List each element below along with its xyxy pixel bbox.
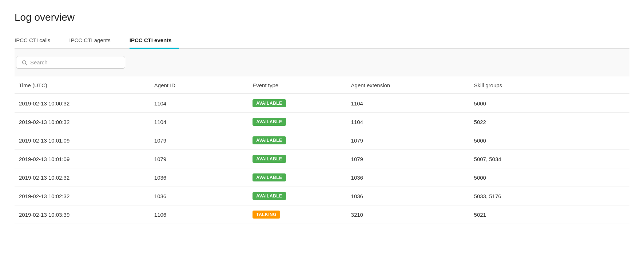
- tab-ipcc-cti-agents[interactable]: IPCC CTI agents: [69, 33, 118, 49]
- cell-agent-extension: 3210: [347, 205, 470, 224]
- cell-event-type: AVAILABLE: [248, 131, 346, 150]
- page-container: Log overview IPCC CTI calls IPCC CTI age…: [0, 0, 644, 236]
- cell-agent-id: 1079: [150, 150, 248, 168]
- cell-agent-extension: 1036: [347, 168, 470, 187]
- cell-time: 2019-02-13 10:01:09: [15, 131, 150, 150]
- table-row: 2019-02-13 10:02:32 1036 AVAILABLE 1036 …: [15, 187, 629, 205]
- cell-agent-extension: 1079: [347, 150, 470, 168]
- event-type-badge: AVAILABLE: [253, 118, 286, 126]
- cell-skill-groups: 5007, 5034: [470, 150, 629, 168]
- cell-skill-groups: 5033, 5176: [470, 187, 629, 205]
- page-title: Log overview: [15, 12, 629, 23]
- cell-agent-id: 1079: [150, 131, 248, 150]
- col-header-time: Time (UTC): [15, 76, 150, 94]
- table-row: 2019-02-13 10:01:09 1079 AVAILABLE 1079 …: [15, 131, 629, 150]
- event-type-badge: AVAILABLE: [253, 192, 286, 200]
- table-row: 2019-02-13 10:00:32 1104 AVAILABLE 1104 …: [15, 94, 629, 113]
- event-type-badge: AVAILABLE: [253, 99, 286, 107]
- table-row: 2019-02-13 10:01:09 1079 AVAILABLE 1079 …: [15, 150, 629, 168]
- cell-agent-extension: 1104: [347, 94, 470, 113]
- cell-agent-extension: 1104: [347, 113, 470, 131]
- cell-skill-groups: 5022: [470, 113, 629, 131]
- cell-agent-id: 1106: [150, 205, 248, 224]
- table-container: Time (UTC) Agent ID Event type Agent ext…: [15, 76, 629, 224]
- table-row: 2019-02-13 10:02:32 1036 AVAILABLE 1036 …: [15, 168, 629, 187]
- cell-agent-id: 1036: [150, 168, 248, 187]
- cell-time: 2019-02-13 10:01:09: [15, 150, 150, 168]
- col-header-agent-id: Agent ID: [150, 76, 248, 94]
- cell-agent-id: 1036: [150, 187, 248, 205]
- cell-time: 2019-02-13 10:00:32: [15, 94, 150, 113]
- cell-time: 2019-02-13 10:00:32: [15, 113, 150, 131]
- cell-time: 2019-02-13 10:02:32: [15, 168, 150, 187]
- event-type-badge: TALKING: [253, 211, 280, 219]
- cell-event-type: AVAILABLE: [248, 150, 346, 168]
- cell-agent-id: 1104: [150, 113, 248, 131]
- cell-agent-extension: 1036: [347, 187, 470, 205]
- events-table: Time (UTC) Agent ID Event type Agent ext…: [15, 76, 629, 224]
- table-row: 2019-02-13 10:00:32 1104 AVAILABLE 1104 …: [15, 113, 629, 131]
- cell-event-type: AVAILABLE: [248, 187, 346, 205]
- col-header-skill-groups: Skill groups: [470, 76, 629, 94]
- cell-skill-groups: 5000: [470, 131, 629, 150]
- tabs-container: IPCC CTI calls IPCC CTI agents IPCC CTI …: [15, 33, 629, 49]
- cell-skill-groups: 5021: [470, 205, 629, 224]
- col-header-agent-extension: Agent extension: [347, 76, 470, 94]
- cell-event-type: AVAILABLE: [248, 113, 346, 131]
- cell-skill-groups: 5000: [470, 94, 629, 113]
- search-section: [15, 49, 629, 76]
- table-header-row: Time (UTC) Agent ID Event type Agent ext…: [15, 76, 629, 94]
- svg-line-1: [25, 64, 27, 65]
- cell-time: 2019-02-13 10:03:39: [15, 205, 150, 224]
- col-header-event-type: Event type: [248, 76, 346, 94]
- cell-event-type: AVAILABLE: [248, 94, 346, 113]
- table-row: 2019-02-13 10:03:39 1106 TALKING 3210 50…: [15, 205, 629, 224]
- search-wrapper: [16, 56, 125, 69]
- tab-ipcc-cti-calls[interactable]: IPCC CTI calls: [15, 33, 57, 49]
- tab-ipcc-cti-events[interactable]: IPCC CTI events: [130, 33, 179, 49]
- cell-skill-groups: 5000: [470, 168, 629, 187]
- search-icon: [21, 60, 27, 65]
- event-type-badge: AVAILABLE: [253, 136, 286, 144]
- cell-time: 2019-02-13 10:02:32: [15, 187, 150, 205]
- cell-agent-id: 1104: [150, 94, 248, 113]
- table-body: 2019-02-13 10:00:32 1104 AVAILABLE 1104 …: [15, 94, 629, 224]
- cell-event-type: AVAILABLE: [248, 168, 346, 187]
- cell-agent-extension: 1079: [347, 131, 470, 150]
- event-type-badge: AVAILABLE: [253, 155, 286, 163]
- event-type-badge: AVAILABLE: [253, 173, 286, 181]
- cell-event-type: TALKING: [248, 205, 346, 224]
- search-input[interactable]: [30, 59, 120, 65]
